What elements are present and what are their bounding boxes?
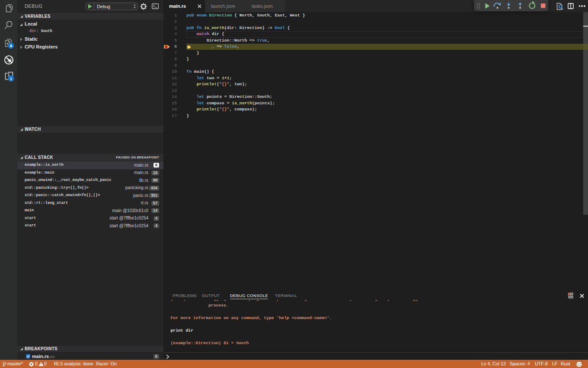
svg-text:9: 9 [10,43,12,48]
svg-text:1: 1 [10,76,13,81]
svg-text:Debug: Debug [97,4,110,9]
